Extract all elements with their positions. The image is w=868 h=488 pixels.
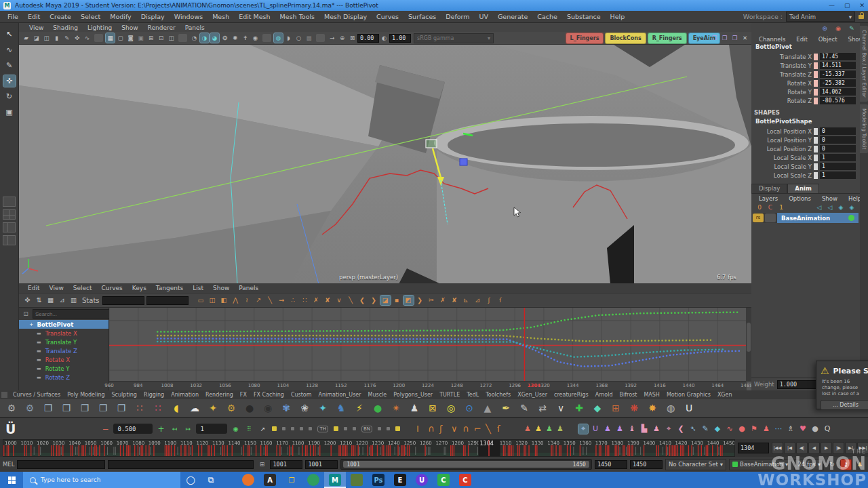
graph-toolbar-icon[interactable]: ▥	[68, 296, 79, 305]
viewport-toolbar-icon[interactable]: ▮	[52, 33, 61, 43]
animbot-tool-icon[interactable]: ✎	[701, 424, 710, 434]
graph-toolbar-icon[interactable]: ✗	[438, 296, 448, 305]
minimize-button[interactable]: —	[829, 2, 835, 9]
shelf-icon[interactable]: ◆	[591, 401, 604, 415]
shape-attribute-row[interactable]: Local Scale Z 1	[751, 171, 860, 180]
playback-button[interactable]: ◀|	[796, 442, 808, 454]
viewport-toolbar-icon[interactable]: ◫	[42, 33, 51, 43]
graph-editor-menu-item[interactable]: Show	[208, 285, 234, 291]
tab-modeling-toolkit[interactable]: Modeling Toolkit	[860, 104, 868, 153]
viewport-toolbar-icon[interactable]: ▢	[116, 33, 125, 43]
layer-mute-cell[interactable]	[765, 214, 776, 222]
task-view-icon[interactable]: ⧉	[201, 472, 221, 488]
graph-editor-menu-item[interactable]: Tangents	[151, 285, 188, 291]
viewport-toolbar-icon[interactable]: ▦	[106, 33, 115, 43]
graph-toolbar-icon[interactable]: ⊿	[57, 296, 67, 305]
shape-attribute-row[interactable]: Local Scale Y 1	[751, 162, 860, 171]
script-output-field[interactable]	[108, 460, 254, 469]
graph-toolbar-icon[interactable]: ❯	[369, 296, 379, 305]
expand-icon[interactable]: ＋	[28, 321, 35, 329]
menu-item[interactable]: Create	[45, 13, 76, 20]
viewport-toolbar-icon[interactable]: ◕	[210, 33, 219, 43]
pose-icon[interactable]: ♟	[534, 424, 543, 434]
menu-item[interactable]: File	[3, 13, 23, 20]
viewport-toolbar-icon[interactable]	[178, 34, 187, 42]
animbot-tool-icon[interactable]: ●	[810, 424, 820, 434]
graph-editor-menu-item[interactable]: Curves	[97, 285, 127, 291]
shelf-icon[interactable]: ❐	[78, 401, 92, 415]
viewport-toolbar-icon[interactable]: ✎	[62, 33, 71, 43]
tangent-shape-icon[interactable]: I	[416, 424, 428, 434]
picker-button[interactable]: L_Fingers	[566, 33, 604, 44]
taskbar-app-icon[interactable]: ❐	[281, 472, 302, 488]
layer-editor-menu-item[interactable]: Show	[817, 195, 842, 202]
viewport-toolbar-icon[interactable]: ▣	[136, 33, 145, 43]
slider-dot[interactable]	[387, 427, 390, 430]
animbot-tool-icon[interactable]: ➴	[688, 424, 698, 434]
graph-toolbar-icon[interactable]: ⊿	[473, 296, 483, 305]
pill-bn[interactable]: BN	[361, 426, 372, 432]
gamma-field[interactable]	[389, 34, 411, 43]
viewport-menu-item[interactable]: Lighting	[83, 24, 117, 31]
shelf-tab[interactable]: Custom	[288, 392, 315, 398]
shelf-icon[interactable]: ✦	[206, 401, 220, 415]
shelf-icon[interactable]: ⚙	[224, 401, 238, 415]
menu-item[interactable]: Mesh Display	[319, 13, 372, 20]
viewport-toolbar-icon[interactable]: ∿	[83, 33, 92, 43]
create-layer-icon[interactable]: 0	[755, 203, 764, 212]
animbot-tool-icon[interactable]: ♟	[762, 424, 771, 434]
menu-item[interactable]: UV	[475, 13, 493, 20]
shelf-tab[interactable]: Arnold	[592, 392, 616, 398]
shelf-menu-icon[interactable]	[1, 392, 7, 398]
layout-four-view-button[interactable]	[3, 209, 16, 220]
loop-icon[interactable]: ↻	[827, 460, 837, 469]
picker-button[interactable]: BlockCons	[605, 33, 646, 44]
menu-item[interactable]: Substance	[562, 13, 606, 20]
shelf-icon[interactable]: ♞	[334, 401, 348, 415]
range-slider-track[interactable]: 1001 1450	[340, 459, 591, 470]
graph-toolbar-icon[interactable]: ✜	[22, 296, 33, 305]
viewport-toolbar-icon[interactable]: ◍	[274, 33, 283, 43]
layer-editor-tab[interactable]: Display	[751, 184, 787, 193]
outliner-channel-row[interactable]: ▬ Translate X	[19, 329, 108, 338]
animbot-tool-icon[interactable]: U	[591, 424, 600, 434]
viewport-menu-item[interactable]: View	[24, 24, 48, 31]
menu-item[interactable]: Mesh	[208, 13, 234, 20]
animbot-tool-icon[interactable]: ⌖	[664, 424, 673, 434]
view-transform-dropdown[interactable]: sRGB gamma ▾	[414, 33, 494, 43]
menu-item[interactable]: Surfaces	[403, 13, 441, 20]
shelf-icon[interactable]: ◎	[444, 401, 458, 415]
filter-icon[interactable]: ⊡	[21, 309, 31, 319]
graph-toolbar-icon[interactable]: ≀	[242, 296, 252, 305]
attribute-value-field[interactable]: 1	[820, 171, 856, 179]
graph-toolbar-icon[interactable]: ✂	[427, 296, 437, 305]
shelf-icon[interactable]: ∷	[133, 401, 146, 415]
graph-editor-menu-item[interactable]: View	[44, 285, 68, 291]
playback-button[interactable]: |◀◀	[772, 442, 783, 454]
graph-toolbar-icon[interactable]: ▦	[45, 296, 56, 305]
outliner-channel-row[interactable]: ▬ Rotate Y	[19, 364, 108, 373]
layer-move-icon[interactable]: ◁	[825, 203, 835, 212]
timeline-track[interactable]	[3, 439, 735, 457]
anim-layer-name[interactable]: BaseAnimation	[777, 213, 859, 223]
graph-toolbar-icon[interactable]: ʃ	[484, 296, 494, 305]
viewport-toolbar-icon[interactable]	[316, 34, 325, 42]
tangent-handle[interactable]	[460, 159, 467, 165]
pill-th[interactable]: TH	[317, 426, 328, 432]
animbot-tool-icon[interactable]: ▙	[639, 424, 649, 434]
viewport-toolbar-icon[interactable]: ◙	[126, 33, 135, 43]
attribute-value-field[interactable]: 14.062	[820, 88, 856, 96]
animbot-value-field[interactable]: 0.500	[113, 424, 153, 434]
shape-attribute-row[interactable]: Local Position X 0	[751, 127, 860, 136]
shelf-icon[interactable]: ✸	[646, 401, 659, 415]
shelf-icon[interactable]: ✎	[517, 401, 531, 415]
viewport-toolbar-icon[interactable]: ◪	[32, 33, 41, 43]
layout-split-button[interactable]	[3, 222, 16, 232]
playback-button[interactable]: ◀	[808, 442, 820, 454]
menu-item[interactable]: Modify	[105, 13, 136, 20]
viewport-toolbar-icon[interactable]	[94, 34, 103, 42]
graph-toolbar-icon[interactable]: ⊾	[461, 296, 471, 305]
animbot-tool-icon[interactable]: ♥	[798, 424, 808, 434]
menu-item[interactable]: Cache	[532, 13, 562, 20]
mute-icon[interactable]: ▬	[37, 375, 41, 380]
